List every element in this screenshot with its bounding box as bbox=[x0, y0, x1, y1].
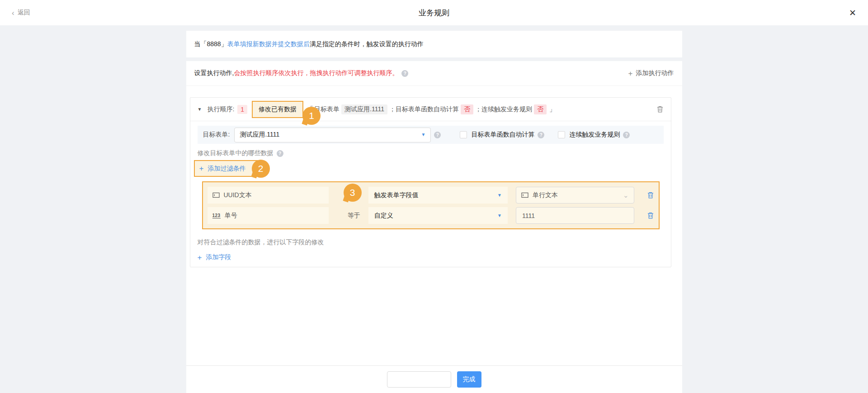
trigger-prefix-text: 当「8888」 bbox=[194, 40, 227, 48]
chain-trigger-checkbox-group[interactable]: 连续触发业务规则 ? bbox=[558, 131, 630, 139]
action-type-select[interactable]: 修改已有数据 1 bbox=[252, 101, 303, 118]
filter-value-field-select[interactable]: 单行文本 ⌄ bbox=[516, 187, 634, 204]
collapse-caret-icon[interactable]: ▼ bbox=[198, 107, 202, 112]
filter-value-source-select[interactable]: 触发表单字段值 ▼ bbox=[368, 187, 508, 204]
delete-action-button[interactable] bbox=[656, 105, 664, 113]
trash-icon bbox=[647, 212, 654, 219]
actions-hint-dark: 设置执行动作, bbox=[194, 69, 234, 77]
modify-fields-hint: 对符合过滤条件的数据，进行以下字段的修改 bbox=[198, 238, 664, 246]
annotation-step-2-badge: 2 bbox=[252, 160, 270, 178]
filter-value-source-label: 自定义 bbox=[374, 212, 393, 220]
summary-bracket-close: 」 bbox=[549, 105, 556, 114]
auto-calc-label: 目标表单函数自动计算 bbox=[471, 131, 534, 139]
filter-row: 123 单号 等于 自定义 ▼ bbox=[208, 207, 654, 224]
trash-icon bbox=[656, 105, 664, 113]
filter-value-field-label: 单行文本 bbox=[533, 191, 558, 199]
target-form-selected-value: 测试应用.1111 bbox=[240, 131, 279, 139]
summary-chain-value-badge: 否 bbox=[534, 104, 547, 114]
filter-value-input[interactable] bbox=[516, 207, 634, 224]
back-label: 返回 bbox=[18, 9, 30, 17]
filter-value-source-select[interactable]: 自定义 ▼ bbox=[368, 207, 508, 224]
add-field-row: + 添加字段 bbox=[198, 253, 664, 261]
trash-icon bbox=[647, 191, 654, 199]
filter-section-title-row: 修改目标表单中的哪些数据 ? bbox=[198, 149, 664, 157]
delete-filter-button[interactable] bbox=[647, 191, 654, 199]
filter-field-label: 单号 bbox=[225, 212, 237, 220]
order-label: 执行顺序: bbox=[207, 105, 234, 114]
add-field-button[interactable]: + 添加字段 bbox=[198, 253, 664, 261]
bar-gap bbox=[186, 57, 682, 61]
done-button[interactable]: 完成 bbox=[457, 371, 481, 388]
filter-value-source-label: 触发表单字段值 bbox=[374, 191, 419, 199]
target-form-select[interactable]: 测试应用.1111 ▼ bbox=[234, 128, 431, 142]
filter-field-label: UUID文本 bbox=[224, 191, 252, 199]
topbar: ‹ 返回 业务规则 ✕ bbox=[0, 0, 868, 25]
add-action-label: 添加执行动作 bbox=[636, 69, 674, 77]
close-button[interactable]: ✕ bbox=[849, 9, 856, 17]
summary-chain-label: ；连续触发业务规则 bbox=[475, 105, 532, 114]
plus-icon: + bbox=[628, 70, 633, 77]
target-form-label: 目标表单: bbox=[203, 131, 230, 139]
add-filter-label: 添加过滤条件 bbox=[208, 165, 245, 173]
content-column: 当「8888」 表单填报新数据并提交数据后 满足指定的条件时，触发设置的执行动作… bbox=[186, 31, 682, 393]
back-chevron-icon: ‹ bbox=[12, 9, 14, 17]
actions-hint: 设置执行动作, 会按照执行顺序依次执行，拖拽执行动作可调整执行顺序。 ? bbox=[194, 69, 409, 77]
auto-calc-checkbox-group[interactable]: 目标表单函数自动计算 ? bbox=[460, 131, 544, 139]
trigger-condition-bar: 当「8888」 表单填报新数据并提交数据后 满足指定的条件时，触发设置的执行动作 bbox=[186, 31, 682, 57]
help-icon[interactable]: ? bbox=[401, 70, 408, 77]
target-form-row: 目标表单: 测试应用.1111 ▼ ? 目标表单函数自动计算 ? 连续触发业务规… bbox=[198, 126, 664, 144]
add-action-button[interactable]: + 添加执行动作 bbox=[628, 69, 674, 77]
action-card-header: ▼ 执行顺序: 1 修改已有数据 1 「 目标表单 测试应用.1111 ；目标表… bbox=[190, 98, 671, 121]
chain-trigger-label: 连续触发业务规则 bbox=[569, 131, 620, 139]
close-icon: ✕ bbox=[849, 8, 856, 18]
action-card: ▼ 执行顺序: 1 修改已有数据 1 「 目标表单 测试应用.1111 ；目标表… bbox=[190, 97, 671, 267]
filter-operator: 等于 bbox=[345, 212, 363, 220]
add-field-label: 添加字段 bbox=[206, 253, 231, 261]
caret-down-icon: ▼ bbox=[497, 213, 502, 218]
filter-help-icon[interactable]: ? bbox=[277, 150, 283, 157]
action-card-body: 目标表单: 测试应用.1111 ▼ ? 目标表单函数自动计算 ? 连续触发业务规… bbox=[190, 121, 671, 267]
filter-field-select[interactable]: UUID文本 bbox=[208, 187, 329, 204]
actions-hint-red: 会按照执行顺序依次执行，拖拽执行动作可调整执行顺序。 bbox=[234, 69, 398, 77]
action-type-label: 修改已有数据 bbox=[259, 105, 297, 114]
order-number-badge: 1 bbox=[237, 105, 247, 114]
filter-row: UUID文本 等于 触发表单字段值 ▼ 单行文本 ⌄ bbox=[208, 187, 654, 204]
filter-field-select[interactable]: 123 单号 bbox=[208, 207, 329, 224]
summary-target-value-badge: 测试应用.1111 bbox=[341, 104, 387, 114]
chevron-down-icon: ⌄ bbox=[623, 193, 629, 197]
delete-filter-button[interactable] bbox=[647, 212, 654, 219]
summary-calc-label: ；目标表单函数自动计算 bbox=[389, 105, 459, 114]
back-button[interactable]: ‹ 返回 bbox=[12, 9, 30, 17]
summary-calc-value-badge: 否 bbox=[461, 104, 473, 114]
add-filter-annotation-box: + 添加过滤条件 2 bbox=[194, 160, 261, 177]
auto-calc-checkbox[interactable] bbox=[460, 131, 467, 138]
single-line-text-icon bbox=[212, 192, 220, 198]
plus-icon: + bbox=[199, 165, 204, 172]
filter-conditions-box: 3 UUID文本 等于 触发表单字段值 ▼ bbox=[202, 181, 660, 229]
target-form-help-icon[interactable]: ? bbox=[434, 132, 441, 138]
caret-down-icon: ▼ bbox=[497, 193, 502, 198]
trigger-event-link[interactable]: 表单填报新数据并提交数据后 bbox=[227, 40, 310, 48]
footer-input[interactable] bbox=[387, 371, 451, 388]
annotation-step-3-badge: 3 bbox=[344, 184, 362, 202]
plus-icon: + bbox=[198, 254, 202, 261]
actions-panel-header: 设置执行动作, 会按照执行顺序依次执行，拖拽执行动作可调整执行顺序。 ? + 添… bbox=[186, 61, 682, 86]
panel-footer: 完成 bbox=[186, 365, 682, 393]
number-field-icon: 123 bbox=[212, 213, 221, 218]
caret-down-icon: ▼ bbox=[421, 133, 425, 137]
chain-trigger-checkbox[interactable] bbox=[558, 131, 565, 138]
actions-panel: 设置执行动作, 会按照执行顺序依次执行，拖拽执行动作可调整执行顺序。 ? + 添… bbox=[186, 61, 682, 393]
add-filter-button[interactable]: + 添加过滤条件 bbox=[199, 165, 246, 173]
annotation-step-1-badge: 1 bbox=[302, 107, 321, 125]
auto-calc-help-icon[interactable]: ? bbox=[538, 132, 544, 138]
single-line-text-icon bbox=[521, 192, 528, 198]
trigger-suffix-text: 满足指定的条件时，触发设置的执行动作 bbox=[310, 40, 424, 48]
chain-trigger-help-icon[interactable]: ? bbox=[623, 132, 630, 138]
page-title: 业务规则 bbox=[419, 8, 449, 18]
filter-section-title: 修改目标表单中的哪些数据 bbox=[198, 149, 274, 157]
